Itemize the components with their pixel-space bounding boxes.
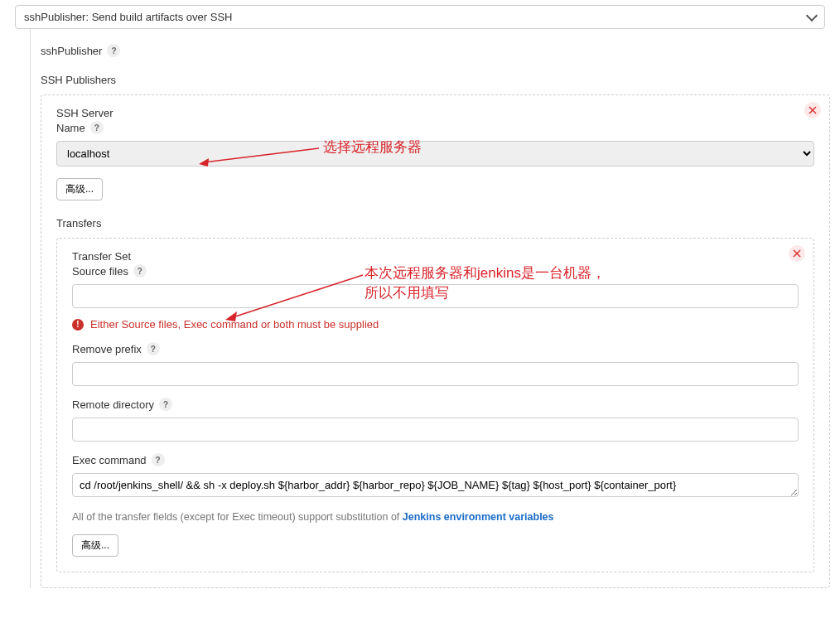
ssh-server-box: SSH Server Name ? localhost 高级... Transf…	[41, 94, 830, 588]
exec-command-label: Exec command	[72, 454, 147, 466]
transfer-set-label: Transfer Set	[72, 250, 799, 263]
hint-prefix: All of the transfer fields (except for E…	[72, 511, 403, 523]
transfers-title: Transfers	[56, 217, 814, 229]
exec-command-textarea[interactable]: cd /root/jenkins_shell/ && sh -x deploy.…	[72, 473, 799, 497]
transfer-advanced-button[interactable]: 高级...	[72, 534, 118, 557]
error-text: Either Source files, Exec command or bot…	[90, 318, 379, 331]
chevron-down-icon	[806, 9, 818, 21]
source-files-input[interactable]	[72, 284, 799, 308]
error-icon: !	[72, 319, 84, 331]
delete-transfer-button[interactable]	[789, 245, 805, 262]
ssh-publisher-block: sshPublisher ? SSH Publishers SSH Server…	[30, 29, 830, 588]
remove-prefix-label: Remove prefix	[72, 343, 142, 355]
remove-prefix-input[interactable]	[72, 362, 799, 386]
validation-error: ! Either Source files, Exec command or b…	[72, 318, 799, 331]
help-icon[interactable]: ?	[107, 44, 120, 57]
ssh-publishers-title: SSH Publishers	[41, 74, 830, 86]
delete-server-button[interactable]	[804, 102, 821, 118]
ssh-server-label1: SSH Server	[56, 107, 814, 119]
source-files-label: Source files	[72, 265, 128, 278]
remote-directory-input[interactable]	[72, 418, 799, 442]
page-root: sshPublisher: Send build artifacts over …	[0, 5, 840, 588]
build-step-label: sshPublisher: Send build artifacts over …	[24, 11, 232, 23]
ssh-server-name-select[interactable]: localhost	[56, 141, 814, 167]
sshpublisher-label: sshPublisher	[41, 45, 102, 57]
transfer-set-box: Transfer Set Source files ? ! Either Sou…	[56, 238, 814, 572]
build-step-select[interactable]: sshPublisher: Send build artifacts over …	[15, 5, 825, 29]
help-icon[interactable]: ?	[90, 121, 104, 134]
help-icon[interactable]: ?	[147, 342, 160, 355]
sshpublisher-header: sshPublisher ?	[41, 44, 830, 57]
server-advanced-button[interactable]: 高级...	[56, 178, 103, 200]
help-icon[interactable]: ?	[159, 398, 172, 411]
help-icon[interactable]: ?	[152, 453, 165, 466]
substitution-hint: All of the transfer fields (except for E…	[72, 511, 799, 523]
ssh-server-name-label: Name	[56, 122, 85, 134]
env-vars-link[interactable]: Jenkins environment variables	[403, 511, 554, 523]
help-icon[interactable]: ?	[133, 264, 147, 278]
remote-directory-label: Remote directory	[72, 398, 154, 411]
